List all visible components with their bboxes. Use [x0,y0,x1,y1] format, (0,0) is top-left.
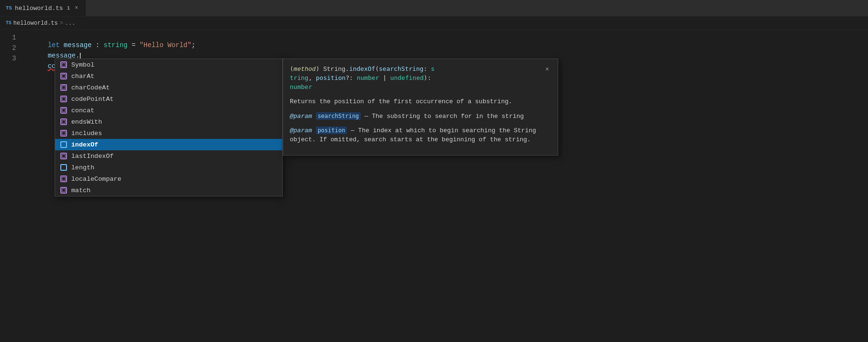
ac-label-concat: concat [71,107,95,114]
ac-item-length[interactable]: length [55,162,282,173]
ac-item-match[interactable]: match [55,185,282,196]
tab-filename: helloworld.ts [15,5,63,12]
info-param-search: searchString [379,65,424,72]
ac-icon-charAt [60,72,67,80]
info-param-pos: position [316,74,346,81]
ac-label-localeCompare: localeCompare [71,176,121,183]
info-param1-desc: — The substring to search for in the str… [364,113,524,120]
autocomplete-dropdown: Symbol charAt charCodeAt codePointAt con… [55,59,283,196]
ac-label-charAt: charAt [71,73,95,80]
info-sig-close: ): [424,74,431,81]
tab-ts-icon: TS [6,5,12,11]
info-pos-type: number [357,74,379,81]
ac-icon-codePointAt [60,95,67,103]
info-param-type-cont: tring [290,74,308,81]
info-param-colon: : [423,65,431,72]
editor-line-1: 1 let message : string = "Hello World"; [0,34,868,44]
tab-modified-indicator: 1 [67,5,70,11]
ac-icon-concat [60,107,67,114]
ac-item-endsWith[interactable]: endsWith [55,116,282,127]
ac-icon-indexOf [60,141,67,148]
tab-helloworld[interactable]: TS helloworld.ts 1 × [0,0,86,16]
ac-icon-lastIndexOf [60,152,67,160]
info-param1-block: @param searchString — The substring to s… [290,112,551,121]
info-close-button[interactable]: × [544,65,551,75]
ac-label-lastIndexOf: lastIndexOf [71,153,114,160]
code-editor[interactable]: 1 let message : string = "Hello World"; … [0,30,868,69]
line-number-1: 1 [0,34,24,41]
ac-item-symbol[interactable]: Symbol [55,59,282,70]
ac-icon-symbol [60,61,67,68]
ac-icon-endsWith [60,118,67,126]
info-description: Returns the position of the first occurr… [290,97,551,107]
info-return-type: number [290,83,312,90]
tab-bar: TS helloworld.ts 1 × [0,0,868,17]
ac-icon-length [60,164,67,171]
info-pos-colon: : [349,74,357,81]
breadcrumb-ts-label: TS [6,20,11,26]
info-sig-open: ( [375,65,379,72]
ac-item-localeCompare[interactable]: localeCompare [55,173,282,185]
ac-item-charCodeAt[interactable]: charCodeAt [55,82,282,93]
ac-icon-match [60,186,67,194]
ac-label-includes: includes [71,130,102,137]
info-param2-name: position [316,127,347,134]
line-number-2: 2 [0,44,24,52]
info-keyword-method: method [294,66,316,73]
info-comma: , [308,74,316,81]
breadcrumb-filename[interactable]: helloworld.ts [13,20,58,27]
ac-item-codePointAt[interactable]: codePointAt [55,93,282,105]
info-panel-header: (method) String.indexOf(searchString: s … [290,65,551,92]
info-method-name: indexOf [349,65,375,72]
ac-icon-includes [60,129,67,137]
ac-label-length: length [71,164,95,171]
ac-icon-charCodeAt [60,84,67,91]
ac-label-codePointAt: codePointAt [71,96,114,103]
info-param-type: s [431,65,435,72]
info-param2-tag: @param [290,127,312,134]
ac-label-charCodeAt: charCodeAt [71,84,110,91]
info-undefined: undefined [390,74,423,81]
breadcrumb-separator: > [60,20,63,27]
ac-label-indexOf: indexOf [71,141,98,148]
ac-icon-localeCompare [60,175,67,183]
ac-label-symbol: Symbol [71,61,95,68]
breadcrumb: TS helloworld.ts > ... [0,17,868,30]
info-param1-tag: @param [290,113,312,120]
info-pipe: | [379,74,390,81]
info-paren-open: ( [290,65,294,72]
info-param2-block: @param position — The index at which to … [290,126,551,145]
info-panel: (method) String.indexOf(searchString: s … [283,59,558,156]
tab-close-button[interactable]: × [73,4,80,12]
line-number-3: 3 [0,55,24,62]
breadcrumb-dots: ... [65,20,76,27]
ac-label-endsWith: endsWith [71,118,102,126]
info-panel-title: (method) String.indexOf(searchString: s … [290,65,544,92]
ac-item-lastIndexOf[interactable]: lastIndexOf [55,150,282,162]
info-string-indexof: String. [319,66,349,73]
ac-item-indexOf[interactable]: indexOf [55,139,282,150]
ac-item-includes[interactable]: includes [55,127,282,139]
info-param1-name: searchString [316,112,361,120]
ac-item-charAt[interactable]: charAt [55,70,282,82]
ac-item-concat[interactable]: concat [55,105,282,116]
editor-line-2: 2 message. [0,44,868,55]
ac-label-match: match [71,187,91,194]
